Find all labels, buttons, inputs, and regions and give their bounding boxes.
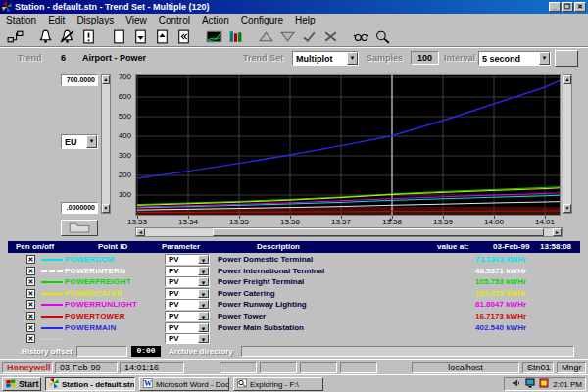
chevron-down-icon[interactable]: ▼ [347, 52, 358, 65]
point-id-field[interactable]: POWERRUNLIGHT [65, 300, 137, 309]
axis-max-field[interactable]: 700.0000 [61, 74, 98, 86]
parameter-select[interactable]: PV▼ [165, 266, 210, 276]
trend-display-icon [206, 29, 222, 44]
y-tick-label: 600 [119, 92, 131, 101]
scroll-down-icon[interactable]: ▼ [564, 204, 571, 213]
toolbar-alarm-message-button[interactable] [77, 27, 99, 45]
toolbar-alarm-disable-button[interactable] [56, 27, 77, 45]
history-offset-input[interactable] [76, 346, 127, 357]
toolbar-page-down-button[interactable] [129, 27, 151, 45]
toolbar-raise-button[interactable] [255, 27, 276, 45]
menu-item-configure[interactable]: Configure [235, 15, 289, 25]
chevron-down-icon[interactable]: ▼ [198, 289, 209, 298]
parameter-select[interactable]: PV▼ [165, 276, 210, 287]
point-description: Power Tower [218, 312, 266, 320]
parameter-value: PV [166, 289, 198, 298]
trend-set-select[interactable]: Multiplot ▼ [292, 51, 359, 66]
toolbar-page-recall-button[interactable] [172, 27, 194, 45]
scroll-right-icon[interactable]: ► [553, 228, 562, 236]
chevron-down-icon[interactable]: ▼ [198, 267, 209, 275]
pen-checkbox[interactable]: ✕ [26, 300, 35, 309]
point-description: Power Freight Terminal [218, 277, 304, 286]
point-id-field[interactable]: POWERMAIN [65, 323, 116, 332]
toolbar-cancel-button[interactable] [319, 27, 341, 45]
interval-select[interactable]: 5 second ▼ [478, 51, 551, 66]
parameter-select[interactable]: PV▼ [165, 254, 210, 265]
chevron-down-icon[interactable]: ▼ [198, 255, 209, 264]
taskbar-button-word[interactable]: WMicrosoft Word - Document5 [139, 377, 229, 391]
menu-item-view[interactable]: View [120, 15, 153, 25]
parameter-select[interactable]: PV▼ [165, 288, 210, 299]
parameter-select[interactable]: PV▼ [165, 299, 210, 310]
toolbar-alarm-button[interactable] [34, 27, 56, 45]
scrollbar-thumb[interactable] [213, 228, 544, 236]
status-empty-cell [260, 362, 297, 373]
axis-min-field[interactable]: .0000000 [61, 202, 98, 214]
chevron-down-icon[interactable]: ▼ [198, 323, 209, 332]
menu-item-station[interactable]: Station [0, 15, 42, 25]
chevron-down-icon[interactable]: ▼ [198, 277, 209, 286]
toolbar-trend-display-button[interactable] [203, 27, 224, 45]
toolbar-zoom-button[interactable] [371, 27, 393, 45]
point-id-field[interactable]: POWERCATER [65, 289, 122, 298]
pen-line-sample [41, 327, 63, 329]
taskbar-button-explorer[interactable]: Exploring - F:\ [233, 377, 323, 391]
point-id-field[interactable]: POWERDOM [65, 255, 115, 264]
volume-icon[interactable] [512, 381, 523, 390]
parameter-select[interactable]: PV▼ [165, 311, 210, 321]
pen-checkbox[interactable]: ✕ [26, 334, 35, 343]
trend-tool-button[interactable] [555, 50, 578, 67]
menu-item-help[interactable]: Help [289, 15, 321, 25]
y-tick-label: 500 [119, 112, 131, 121]
toolbar-group-display-button[interactable] [224, 27, 246, 45]
menu-item-action[interactable]: Action [196, 15, 235, 25]
pen-checkbox[interactable]: ✕ [26, 289, 35, 298]
chevron-down-icon[interactable]: ▼ [539, 52, 550, 65]
eu-select[interactable]: EU ▼ [61, 134, 98, 149]
plot-scrollbar-vertical[interactable]: ▲ ▼ [563, 74, 572, 214]
menu-item-control[interactable]: Control [153, 15, 196, 25]
toolbar-connect-button[interactable] [4, 27, 25, 45]
pen-checkbox[interactable]: ✕ [26, 312, 35, 320]
trend-set-value: Multiplot [293, 54, 347, 64]
archive-directory-input[interactable] [241, 346, 574, 357]
samples-input[interactable]: 100 [411, 51, 439, 65]
pen-checkbox[interactable]: ✕ [26, 255, 35, 264]
toolbar-page-up-button[interactable] [151, 27, 172, 45]
point-id-field[interactable]: POWERTOWER [65, 312, 125, 320]
toolbar-page-button[interactable] [108, 27, 129, 45]
point-id-field[interactable]: POWERINTERN [65, 267, 125, 275]
chevron-down-icon[interactable]: ▼ [198, 300, 209, 309]
pen-checkbox[interactable]: ✕ [26, 267, 35, 275]
cursor-marker[interactable]: ▴ [389, 215, 392, 221]
scroll-left-icon[interactable]: ◄ [136, 228, 145, 236]
parameter-select[interactable]: PV▼ [165, 333, 210, 344]
archive-folder-button[interactable] [61, 220, 98, 236]
toolbar-find-button[interactable] [350, 27, 371, 45]
menu-item-displays[interactable]: Displays [71, 15, 120, 25]
scroll-up-icon[interactable]: ▲ [564, 75, 571, 84]
schedule-icon[interactable] [539, 381, 551, 390]
maximize-button[interactable]: ❐ [562, 2, 573, 12]
taskbar-button-station[interactable]: Station - default.stn -... [45, 377, 135, 391]
pen-checkbox[interactable]: ✕ [26, 323, 35, 332]
parameter-column-header: Parameter [162, 242, 200, 251]
plot-scrollbar-horizontal[interactable]: ◄ ► [135, 227, 563, 237]
find-icon [353, 29, 369, 44]
chevron-down-icon[interactable]: ▼ [198, 334, 209, 343]
parameter-select[interactable]: PV▼ [165, 322, 210, 333]
trend-plot[interactable] [135, 74, 561, 216]
display-icon[interactable] [525, 381, 537, 390]
legend-row: ✕POWERRUNLIGHTPV▼Power Runway Lighting81… [8, 299, 580, 310]
chevron-down-icon[interactable]: ▼ [86, 135, 97, 148]
toolbar-accept-button[interactable] [298, 27, 319, 45]
close-button[interactable]: ✕ [574, 2, 586, 12]
toolbar-lower-button[interactable] [276, 27, 298, 45]
minimize-button[interactable]: _ [549, 2, 561, 12]
pen-checkbox[interactable]: ✕ [26, 277, 35, 286]
alarm-icon [37, 29, 54, 44]
start-button[interactable]: Start [2, 377, 41, 391]
menu-item-edit[interactable]: Edit [42, 15, 71, 25]
point-id-field[interactable]: POWERFREIGHT [65, 277, 131, 286]
chevron-down-icon[interactable]: ▼ [198, 312, 209, 320]
